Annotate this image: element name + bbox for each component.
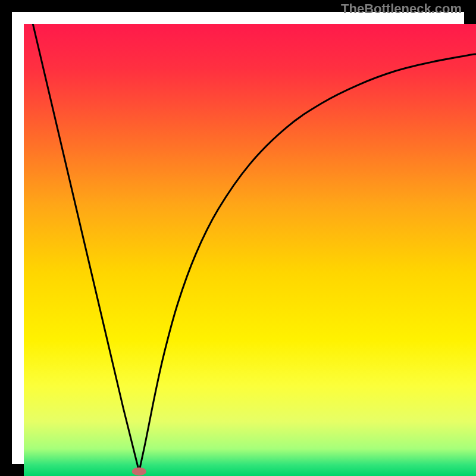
plot-area xyxy=(24,24,476,476)
minimum-marker xyxy=(132,467,146,475)
chart-frame xyxy=(0,0,476,476)
chart-svg xyxy=(24,24,476,476)
watermark-text: TheBottleneck.com xyxy=(341,1,462,17)
gradient-background xyxy=(24,24,476,476)
